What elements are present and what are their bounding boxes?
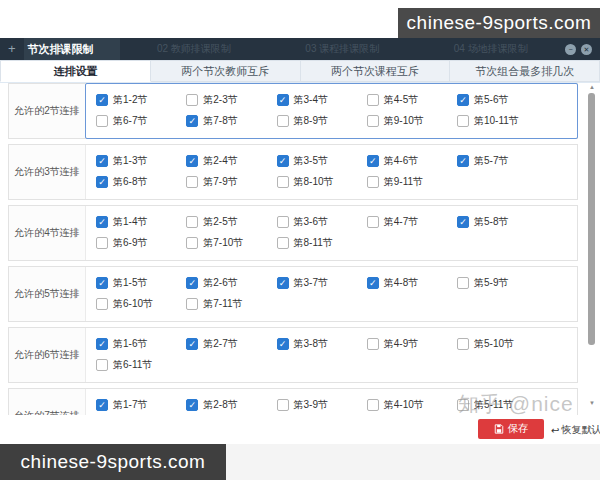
checkbox-checked-icon[interactable]: ✓ [277, 277, 289, 289]
checkbox-unchecked-icon[interactable]: ✓ [277, 237, 289, 249]
scrollbar-up-icon[interactable]: ▲ [587, 84, 597, 90]
close-icon[interactable]: ✕ [581, 44, 592, 55]
tab-3[interactable]: 两个节次课程互斥 [301, 60, 451, 82]
restore-default-button[interactable]: ↩ 恢复默认 [551, 423, 600, 437]
period-option[interactable]: ✓第8-11节 [277, 232, 367, 253]
checkbox-checked-icon[interactable]: ✓ [96, 176, 108, 188]
checkbox-unchecked-icon[interactable]: ✓ [277, 399, 289, 411]
checkbox-checked-icon[interactable]: ✓ [186, 277, 198, 289]
checkbox-checked-icon[interactable]: ✓ [277, 94, 289, 106]
checkbox-checked-icon[interactable]: ✓ [96, 277, 108, 289]
period-option[interactable]: ✓第10-11节 [457, 110, 547, 131]
period-option[interactable]: ✓第1-4节 [96, 211, 186, 232]
period-option[interactable]: ✓第2-7节 [186, 333, 276, 354]
tab-4[interactable]: 节次组合最多排几次 [450, 60, 600, 82]
checkbox-checked-icon[interactable]: ✓ [96, 155, 108, 167]
checkbox-checked-icon[interactable]: ✓ [277, 155, 289, 167]
checkbox-checked-icon[interactable]: ✓ [186, 115, 198, 127]
period-option[interactable]: ✓第5-10节 [457, 333, 547, 354]
period-option[interactable]: ✓第2-3节 [186, 89, 276, 110]
period-option[interactable]: ✓第6-11节 [96, 354, 186, 375]
period-option[interactable]: ✓第3-5节 [277, 150, 367, 171]
scrollbar-down-icon[interactable]: ▼ [587, 400, 597, 406]
tab-2[interactable]: 两个节次教师互斥 [151, 60, 301, 82]
period-option[interactable]: ✓第4-9节 [367, 333, 457, 354]
period-option[interactable]: ✓第1-3节 [96, 150, 186, 171]
checkbox-checked-icon[interactable]: ✓ [277, 338, 289, 350]
save-button[interactable]: 保存 [478, 419, 544, 439]
checkbox-checked-icon[interactable]: ✓ [96, 338, 108, 350]
period-option[interactable]: ✓第7-9节 [186, 171, 276, 192]
period-option[interactable]: ✓第2-8节 [186, 394, 276, 415]
checkbox-unchecked-icon[interactable]: ✓ [367, 115, 379, 127]
checkbox-unchecked-icon[interactable]: ✓ [457, 338, 469, 350]
period-option[interactable]: ✓第5-6节 [457, 89, 547, 110]
period-option[interactable]: ✓第6-10节 [96, 293, 186, 314]
period-option[interactable]: ✓第6-8节 [96, 171, 186, 192]
checkbox-unchecked-icon[interactable]: ✓ [96, 237, 108, 249]
checkbox-checked-icon[interactable]: ✓ [367, 277, 379, 289]
checkbox-unchecked-icon[interactable]: ✓ [186, 94, 198, 106]
period-option[interactable]: ✓第3-6节 [277, 211, 367, 232]
scrollbar-thumb[interactable] [588, 93, 595, 345]
checkbox-unchecked-icon[interactable]: ✓ [457, 115, 469, 127]
checkbox-unchecked-icon[interactable]: ✓ [367, 176, 379, 188]
checkbox-unchecked-icon[interactable]: ✓ [367, 338, 379, 350]
period-option[interactable]: ✓第4-5节 [367, 89, 457, 110]
checkbox-unchecked-icon[interactable]: ✓ [96, 298, 108, 310]
checkbox-unchecked-icon[interactable]: ✓ [96, 359, 108, 371]
period-option[interactable]: ✓第8-10节 [277, 171, 367, 192]
period-option[interactable]: ✓第6-7节 [96, 110, 186, 131]
checkbox-unchecked-icon[interactable]: ✓ [367, 94, 379, 106]
checkbox-unchecked-icon[interactable]: ✓ [186, 216, 198, 228]
checkbox-checked-icon[interactable]: ✓ [186, 399, 198, 411]
checkbox-checked-icon[interactable]: ✓ [96, 216, 108, 228]
checkbox-unchecked-icon[interactable]: ✓ [186, 237, 198, 249]
checkbox-unchecked-icon[interactable]: ✓ [186, 176, 198, 188]
checkbox-unchecked-icon[interactable]: ✓ [186, 298, 198, 310]
period-option[interactable]: ✓第3-4节 [277, 89, 367, 110]
tab-1[interactable]: 连排设置 [0, 60, 151, 82]
period-option[interactable]: ✓第4-6节 [367, 150, 457, 171]
period-option[interactable]: ✓第9-10节 [367, 110, 457, 131]
checkbox-checked-icon[interactable]: ✓ [96, 399, 108, 411]
period-option[interactable]: ✓第7-11节 [186, 293, 276, 314]
checkbox-unchecked-icon[interactable]: ✓ [96, 115, 108, 127]
checkbox-checked-icon[interactable]: ✓ [457, 94, 469, 106]
period-option[interactable]: ✓第3-9节 [277, 394, 367, 415]
period-option[interactable]: ✓第5-8节 [457, 211, 547, 232]
period-option[interactable]: ✓第1-7节 [96, 394, 186, 415]
period-option[interactable]: ✓第7-10节 [186, 232, 276, 253]
period-option[interactable]: ✓第3-7节 [277, 272, 367, 293]
add-tab-icon[interactable]: + [8, 38, 16, 60]
checkbox-checked-icon[interactable]: ✓ [96, 94, 108, 106]
checkbox-checked-icon[interactable]: ✓ [186, 155, 198, 167]
period-option[interactable]: ✓第1-5节 [96, 272, 186, 293]
checkbox-unchecked-icon[interactable]: ✓ [367, 399, 379, 411]
checkbox-unchecked-icon[interactable]: ✓ [457, 277, 469, 289]
checkbox-unchecked-icon[interactable]: ✓ [277, 176, 289, 188]
checkbox-unchecked-icon[interactable]: ✓ [277, 115, 289, 127]
period-option[interactable]: ✓第1-2节 [96, 89, 186, 110]
scrollbar[interactable]: ▲ ▼ [587, 84, 597, 412]
period-option[interactable]: ✓第1-6节 [96, 333, 186, 354]
period-option[interactable]: ✓第4-8节 [367, 272, 457, 293]
period-option[interactable]: ✓第6-9节 [96, 232, 186, 253]
period-option[interactable]: ✓第5-9节 [457, 272, 547, 293]
period-option[interactable]: ✓第9-11节 [367, 171, 457, 192]
checkbox-checked-icon[interactable]: ✓ [457, 155, 469, 167]
window-title-tab[interactable]: 节次排课限制 [24, 38, 120, 60]
checkbox-checked-icon[interactable]: ✓ [186, 338, 198, 350]
period-option[interactable]: ✓第3-8节 [277, 333, 367, 354]
period-option[interactable]: ✓第2-5节 [186, 211, 276, 232]
period-option[interactable]: ✓第2-4节 [186, 150, 276, 171]
period-option[interactable]: ✓第5-7节 [457, 150, 547, 171]
period-option[interactable]: ✓第4-7节 [367, 211, 457, 232]
checkbox-unchecked-icon[interactable]: ✓ [277, 216, 289, 228]
period-option[interactable]: ✓第2-6节 [186, 272, 276, 293]
checkbox-unchecked-icon[interactable]: ✓ [367, 216, 379, 228]
period-option[interactable]: ✓第4-10节 [367, 394, 457, 415]
period-option[interactable]: ✓第7-8节 [186, 110, 276, 131]
checkbox-checked-icon[interactable]: ✓ [367, 155, 379, 167]
period-option[interactable]: ✓第8-9节 [277, 110, 367, 131]
